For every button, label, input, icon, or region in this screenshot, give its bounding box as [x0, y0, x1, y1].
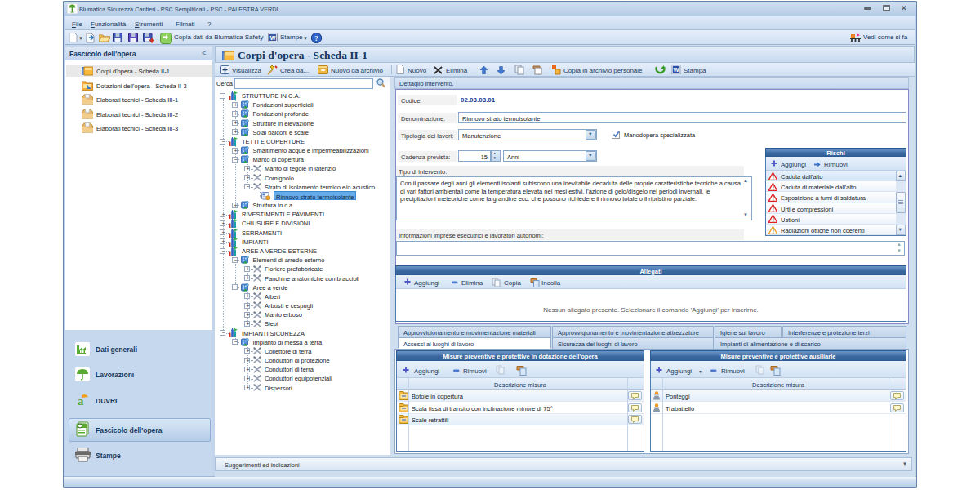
svg-text:W: W	[270, 35, 276, 41]
svg-text:?: ?	[314, 34, 318, 42]
svg-text:W: W	[673, 66, 679, 74]
